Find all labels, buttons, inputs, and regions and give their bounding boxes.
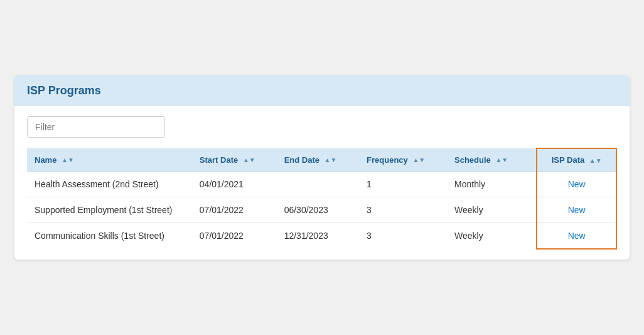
cell-isp-1: New xyxy=(537,197,616,223)
sort-icon-start-date[interactable]: ▲▼ xyxy=(243,157,255,163)
cell-end-1: 06/30/2023 xyxy=(277,197,359,223)
cell-isp-0: New xyxy=(537,172,616,197)
sort-icon-frequency[interactable]: ▲▼ xyxy=(412,157,425,163)
cell-sched-0: Monthly xyxy=(447,172,537,197)
sort-icon-isp-data[interactable]: ▲▼ xyxy=(589,158,602,164)
table-row: Health Assessment (2nd Street) 04/01/202… xyxy=(27,172,616,197)
programs-table: Name ▲▼ Start Date ▲▼ End Date ▲▼ Freque… xyxy=(27,148,617,250)
table-row: Communication Skills (1st Street) 07/01/… xyxy=(27,223,616,250)
table-body: Health Assessment (2nd Street) 04/01/202… xyxy=(27,172,616,250)
cell-freq-0: 1 xyxy=(359,172,447,197)
cell-start-0: 04/01/2021 xyxy=(192,172,277,197)
cell-name-2: Communication Skills (1st Street) xyxy=(27,223,192,250)
cell-name-1: Supported Employment (1st Street) xyxy=(27,197,192,223)
cell-freq-2: 3 xyxy=(359,223,447,250)
sort-icon-name[interactable]: ▲▼ xyxy=(62,157,74,163)
col-header-start-date: Start Date ▲▼ xyxy=(192,148,277,172)
cell-start-1: 07/01/2022 xyxy=(192,197,277,223)
col-header-schedule: Schedule ▲▼ xyxy=(447,148,537,172)
cell-start-2: 07/01/2022 xyxy=(192,223,277,250)
cell-isp-2: New xyxy=(537,223,616,250)
sort-icon-schedule[interactable]: ▲▼ xyxy=(495,157,508,163)
cell-freq-1: 3 xyxy=(359,197,447,223)
cell-sched-2: Weekly xyxy=(447,223,537,250)
col-header-frequency: Frequency ▲▼ xyxy=(359,148,447,172)
filter-input[interactable] xyxy=(27,116,165,138)
card-header: ISP Programs xyxy=(14,75,630,106)
card-body: Name ▲▼ Start Date ▲▼ End Date ▲▼ Freque… xyxy=(14,106,630,260)
col-header-isp-data: ISP Data ▲▼ xyxy=(537,148,616,172)
col-header-end-date: End Date ▲▼ xyxy=(277,148,359,172)
new-badge-0[interactable]: New xyxy=(568,179,586,189)
page-title: ISP Programs xyxy=(27,84,617,97)
isp-programs-card: ISP Programs Name ▲▼ Start Date ▲▼ End D… xyxy=(14,75,630,260)
col-header-name: Name ▲▼ xyxy=(27,148,192,172)
sort-icon-end-date[interactable]: ▲▼ xyxy=(325,157,337,163)
cell-sched-1: Weekly xyxy=(447,197,537,223)
table-header: Name ▲▼ Start Date ▲▼ End Date ▲▼ Freque… xyxy=(27,148,616,172)
cell-end-0 xyxy=(277,172,359,197)
new-badge-2[interactable]: New xyxy=(568,231,586,241)
table-row: Supported Employment (1st Street) 07/01/… xyxy=(27,197,616,223)
cell-name-0: Health Assessment (2nd Street) xyxy=(27,172,192,197)
cell-end-2: 12/31/2023 xyxy=(277,223,359,250)
new-badge-1[interactable]: New xyxy=(568,205,586,215)
